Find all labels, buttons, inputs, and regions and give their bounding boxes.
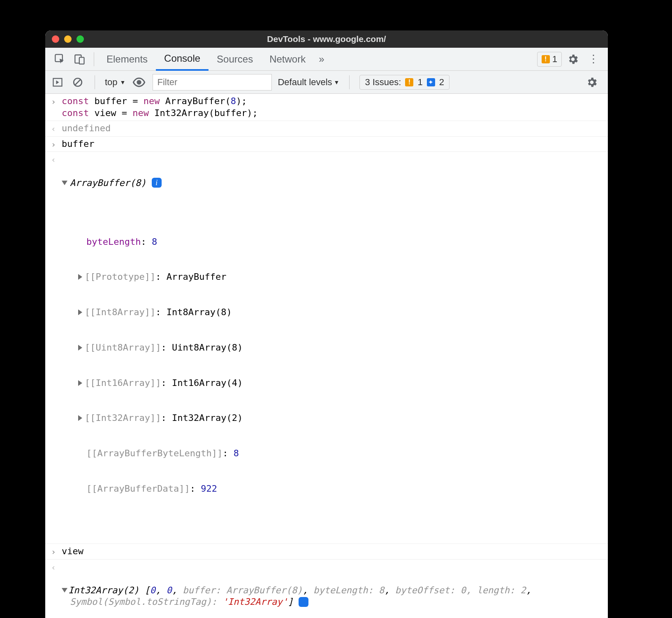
expand-triangle-icon[interactable]: [78, 309, 82, 315]
inspect-icon[interactable]: [50, 51, 70, 67]
clear-console-icon[interactable]: [71, 75, 85, 89]
levels-label: Default levels: [278, 77, 332, 88]
console-settings-gear-icon[interactable]: [581, 76, 603, 88]
toggle-sidebar-icon[interactable]: [50, 75, 65, 90]
console-output-row: ‹ Int32Array(2) [0, 0, buffer: ArrayBuff…: [45, 560, 608, 618]
console-input-row[interactable]: › buffer: [45, 137, 608, 152]
object-property[interactable]: [[Int16Array]]: Int16Array(4): [78, 377, 604, 389]
live-expression-icon[interactable]: [131, 74, 147, 90]
settings-gear-icon[interactable]: [562, 53, 584, 65]
issues-label: 3 Issues:: [365, 77, 401, 88]
console-output-row: ‹ undefined: [45, 121, 608, 137]
console-input-code: buffer: [62, 138, 608, 150]
console-output-row: ‹ ArrayBuffer(8) i byteLength: 8 [[Proto…: [45, 152, 608, 544]
header-issues-count: 1: [552, 54, 557, 65]
console-input-code: const buffer = new ArrayBuffer(8); const…: [62, 95, 608, 119]
console-body: › const buffer = new ArrayBuffer(8); con…: [45, 94, 608, 618]
output-chevron-icon: ‹: [45, 561, 62, 618]
svg-line-5: [75, 79, 81, 85]
info-badge-icon[interactable]: i: [152, 178, 162, 188]
divider: [349, 75, 350, 89]
devtools-window: DevTools - www.google.com/ Elements Cons…: [45, 30, 608, 618]
object-header[interactable]: Int32Array(2) [0, 0, buffer: ArrayBuffer…: [62, 585, 604, 608]
expand-triangle-icon[interactable]: [62, 181, 67, 185]
header-issues-badge[interactable]: ! 1: [537, 52, 562, 67]
output-chevron-icon: ‹: [45, 123, 62, 135]
expand-triangle-icon[interactable]: [78, 380, 82, 386]
divider: [94, 52, 94, 66]
levels-dropdown[interactable]: Default levels ▼: [278, 77, 339, 88]
object-label: ArrayBuffer(8): [70, 178, 146, 188]
object-property[interactable]: [[Uint8Array]]: Uint8Array(8): [78, 342, 604, 354]
output-chevron-icon: ‹: [45, 153, 62, 542]
expand-triangle-icon[interactable]: [78, 345, 82, 351]
input-chevron-icon: ›: [45, 95, 62, 119]
tab-network[interactable]: Network: [261, 48, 314, 71]
output-undefined: undefined: [62, 123, 111, 133]
input-chevron-icon: ›: [45, 138, 62, 150]
tab-more[interactable]: »: [314, 48, 329, 71]
expand-triangle-icon[interactable]: [78, 415, 82, 421]
object-property[interactable]: byteLength: 8: [78, 236, 604, 248]
issues-summary[interactable]: 3 Issues: ! 1 ✦ 2: [359, 75, 450, 90]
window-title: DevTools - www.google.com/: [45, 34, 608, 44]
object-property[interactable]: [[Int32Array]]: Int32Array(2): [78, 412, 604, 424]
console-input-row[interactable]: › view: [45, 544, 608, 560]
warning-icon: !: [542, 55, 550, 63]
object-header[interactable]: ArrayBuffer(8) i: [62, 177, 604, 189]
expand-triangle-icon[interactable]: [78, 274, 82, 280]
issues-warn-count: 1: [417, 77, 422, 88]
svg-rect-2: [79, 57, 84, 64]
context-label: top: [105, 77, 118, 88]
tab-console[interactable]: Console: [156, 48, 209, 71]
object-property[interactable]: [[ArrayBufferByteLength]]: 8: [78, 448, 604, 460]
filter-input[interactable]: [153, 74, 272, 91]
object-property[interactable]: [[Int8Array]]: Int8Array(8): [78, 307, 604, 318]
info-badge-icon[interactable]: i: [299, 597, 308, 607]
console-input-row[interactable]: › const buffer = new ArrayBuffer(8); con…: [45, 94, 608, 121]
warning-icon: !: [405, 78, 413, 86]
context-selector[interactable]: top ▼: [105, 77, 125, 88]
object-property[interactable]: [[ArrayBufferData]]: 922: [78, 483, 604, 495]
kebab-menu-icon[interactable]: ⋮: [584, 53, 603, 65]
tab-elements[interactable]: Elements: [98, 48, 156, 71]
info-icon: ✦: [427, 78, 435, 86]
divider: [95, 75, 95, 89]
issues-info-count: 2: [439, 77, 444, 88]
titlebar: DevTools - www.google.com/: [45, 30, 608, 48]
svg-point-6: [137, 80, 141, 84]
main-tabstrip: Elements Console Sources Network » ! 1 ⋮: [45, 48, 608, 71]
expand-triangle-icon[interactable]: [62, 588, 67, 592]
device-toggle-icon[interactable]: [70, 51, 90, 67]
tab-sources[interactable]: Sources: [209, 48, 261, 71]
input-chevron-icon: ›: [45, 546, 62, 558]
console-input-code: view: [62, 546, 608, 558]
chevron-down-icon: ▼: [120, 79, 126, 86]
object-property[interactable]: [[Prototype]]: ArrayBuffer: [78, 271, 604, 283]
console-toolbar: top ▼ Default levels ▼ 3 Issues: ! 1 ✦ 2: [45, 71, 608, 94]
chevron-down-icon: ▼: [334, 79, 340, 86]
